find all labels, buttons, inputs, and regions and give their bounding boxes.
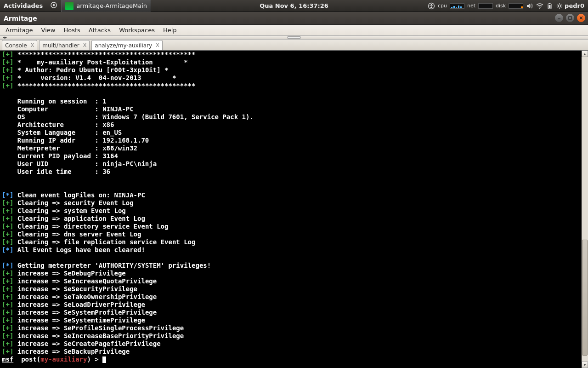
accessibility-icon[interactable] — [428, 2, 435, 10]
gear-icon — [556, 3, 563, 9]
console-scrollbar[interactable]: ▴ ▾ — [582, 51, 588, 368]
user-menu[interactable]: pedr0 — [556, 2, 584, 9]
tab-multi-handler[interactable]: multi/handler X — [39, 40, 90, 50]
armitage-app-icon — [65, 2, 74, 10]
circle-radial-icon — [50, 1, 57, 9]
tab-label: analyze/my-auxiliary — [95, 42, 152, 49]
taskbar-app-label: armitage-ArmitageMain — [76, 2, 147, 9]
console-output[interactable]: [+] ************************************… — [0, 51, 582, 368]
activities-button[interactable]: Actividades — [0, 2, 46, 9]
scroll-up-button[interactable]: ▴ — [582, 51, 588, 57]
menu-view[interactable]: View — [38, 27, 59, 34]
system-topbar: Actividades armitage-ArmitageMain Qua No… — [0, 0, 588, 12]
svg-point-8 — [558, 5, 560, 7]
username-label: pedr0 — [565, 2, 584, 9]
tab-console[interactable]: Console X — [2, 40, 37, 50]
tab-close-icon[interactable]: X — [156, 42, 159, 48]
tab-close-icon[interactable]: X — [83, 42, 87, 48]
window-titlebar[interactable]: Armitage — [0, 12, 588, 25]
svg-point-1 — [53, 4, 55, 6]
tab-analyze-my-auxiliary[interactable]: analyze/my-auxiliary X — [91, 40, 162, 50]
svg-point-3 — [431, 4, 432, 5]
svg-rect-7 — [549, 5, 551, 8]
svg-rect-10 — [569, 17, 571, 19]
maximize-icon — [568, 16, 572, 20]
minimize-icon — [557, 16, 561, 20]
menu-workspaces[interactable]: Workspaces — [115, 27, 158, 34]
wifi-icon[interactable] — [536, 2, 543, 10]
cpu-indicator[interactable]: cpu — [438, 3, 464, 9]
taskbar-app[interactable]: armitage-ArmitageMain — [61, 0, 151, 12]
tab-label: multi/handler — [42, 42, 79, 49]
menu-attacks[interactable]: Attacks — [85, 27, 114, 34]
minimize-button[interactable] — [555, 14, 563, 22]
dash-menu-icon[interactable] — [46, 1, 61, 10]
scroll-thumb[interactable] — [582, 240, 588, 356]
close-icon — [579, 16, 583, 20]
close-button[interactable] — [577, 14, 585, 22]
split-handle-icon[interactable] — [287, 36, 301, 39]
tab-close-icon[interactable]: X — [31, 42, 34, 48]
volume-icon[interactable] — [526, 2, 533, 10]
svg-point-4 — [539, 8, 540, 9]
scroll-down-button[interactable]: ▾ — [582, 362, 588, 368]
battery-icon[interactable] — [546, 2, 554, 10]
menu-help[interactable]: Help — [159, 27, 181, 34]
scroll-track[interactable] — [582, 57, 588, 362]
split-divider[interactable]: ◂▸ — [0, 36, 588, 40]
tabstrip: Console X multi/handler X analyze/my-aux… — [0, 40, 588, 51]
app-menubar: Armitage View Hosts Attacks Workspaces H… — [0, 25, 588, 36]
clock[interactable]: Qua Nov 6, 16:37:26 — [260, 2, 328, 9]
console-panel: [+] ************************************… — [0, 51, 588, 368]
maximize-button[interactable] — [566, 14, 574, 22]
net-indicator[interactable]: net — [467, 3, 493, 9]
menu-hosts[interactable]: Hosts — [60, 27, 84, 34]
pane-collapse-arrow-icon[interactable]: ◂▸ — [3, 35, 7, 40]
menu-armitage[interactable]: Armitage — [2, 27, 37, 34]
tab-label: Console — [5, 42, 27, 49]
svg-rect-6 — [549, 3, 550, 4]
disk-indicator[interactable]: disk — [496, 3, 523, 9]
window-title: Armitage — [4, 15, 37, 22]
